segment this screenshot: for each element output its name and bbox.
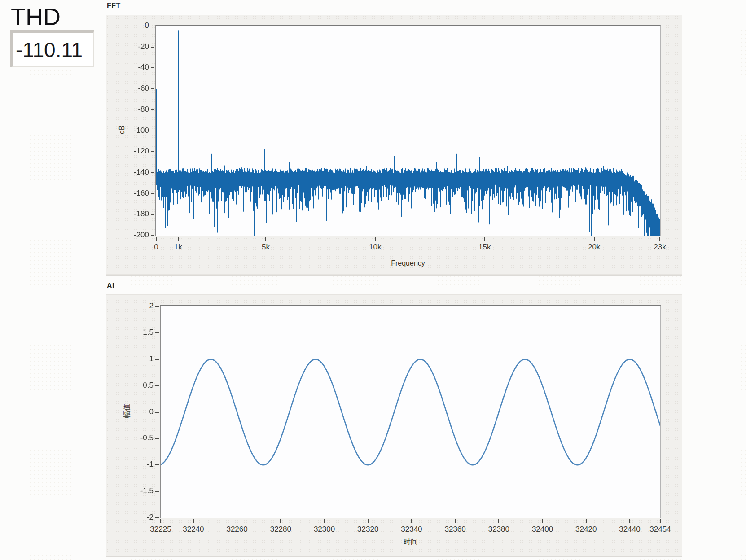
fft-y-tick-mark-2 — [151, 67, 154, 68]
ai-y-tick-mark-2 — [155, 359, 159, 360]
fft-y-tick-label-0: 0 — [118, 21, 149, 30]
fft-graph-caption: FFT — [107, 2, 121, 10]
fft-x-tick-mark-2 — [265, 237, 266, 241]
ai-y-tick-label-5: -0.5 — [122, 433, 154, 442]
ai-y-tick-mark-8 — [155, 517, 159, 518]
ai-y-tick-mark-6 — [155, 464, 159, 465]
fft-x-tick-mark-6 — [659, 237, 660, 241]
fft-y-tick-mark-6 — [151, 151, 154, 152]
ai-x-tick-label-10: 32420 — [567, 525, 605, 534]
ai-y-tick-label-7: -1.5 — [122, 486, 154, 495]
fft-x-tick-mark-5 — [594, 237, 595, 241]
ai-x-tick-label-12: 32454 — [641, 525, 679, 534]
ai-y-tick-label-1: 1.5 — [122, 328, 154, 337]
ai-y-tick-mark-4 — [155, 412, 159, 413]
ai-x-tick-mark-3 — [280, 519, 281, 523]
ai-x-tick-mark-6 — [411, 519, 412, 523]
ai-y-tick-label-0: 2 — [122, 302, 154, 311]
fft-x-tick-label-4: 15k — [466, 243, 504, 252]
thd-indicator[interactable]: -110.11 — [10, 30, 94, 67]
ai-y-tick-label-4: 0 — [122, 407, 154, 416]
ai-x-tick-mark-11 — [629, 519, 630, 523]
fft-x-tick-mark-0 — [156, 237, 157, 241]
ai-x-tick-mark-1 — [193, 519, 194, 523]
fft-y-tick-label-4: -80 — [118, 105, 149, 114]
ai-y-tick-label-6: -1 — [122, 460, 154, 469]
thd-value: -110.11 — [13, 38, 83, 62]
fft-y-tick-mark-7 — [151, 172, 154, 173]
ai-x-tick-mark-12 — [660, 519, 661, 523]
fft-y-tick-mark-5 — [151, 131, 154, 131]
fft-x-tick-label-1: 1k — [159, 243, 197, 252]
ai-x-tick-label-2: 32260 — [218, 525, 256, 534]
ai-y-tick-label-8: -2 — [122, 513, 154, 522]
fft-spectrum-plot[interactable] — [156, 26, 660, 236]
fft-x-tick-label-3: 10k — [356, 243, 394, 252]
ai-x-tick-label-3: 32280 — [262, 525, 299, 534]
ai-x-tick-label-0: 32225 — [142, 525, 180, 534]
fft-y-tick-label-3: -60 — [118, 84, 149, 93]
fft-y-tick-mark-4 — [151, 109, 154, 110]
fft-x-tick-label-6: 23k — [641, 243, 679, 252]
ai-x-tick-label-5: 32320 — [349, 525, 387, 534]
ai-x-tick-mark-4 — [324, 519, 325, 523]
fft-y-tick-mark-0 — [151, 26, 154, 26]
fft-x-axis-label: Frequency — [372, 259, 444, 267]
fft-y-tick-mark-1 — [151, 47, 154, 48]
ai-x-tick-mark-0 — [160, 519, 161, 523]
fft-x-tick-label-5: 20k — [575, 243, 613, 252]
ai-x-axis-label: 时间 — [375, 538, 447, 547]
ai-graph-caption: AI — [107, 282, 114, 290]
fft-x-tick-mark-3 — [375, 237, 376, 241]
ai-y-tick-mark-0 — [155, 306, 159, 307]
ai-x-tick-mark-8 — [498, 519, 499, 523]
fft-y-tick-mark-8 — [151, 193, 154, 194]
fft-y-tick-label-5: -100 — [118, 126, 149, 135]
ai-y-tick-mark-7 — [155, 491, 159, 492]
fft-x-tick-mark-1 — [178, 237, 179, 241]
ai-x-tick-mark-2 — [237, 519, 237, 523]
ai-y-tick-mark-1 — [155, 332, 159, 333]
fft-x-tick-mark-4 — [484, 237, 485, 241]
ai-y-tick-label-3: 0.5 — [122, 381, 154, 390]
fft-y-tick-label-9: -180 — [118, 210, 149, 219]
fft-y-tick-label-10: -200 — [118, 231, 149, 240]
fft-y-tick-mark-9 — [151, 214, 154, 215]
ai-x-tick-mark-9 — [542, 519, 543, 523]
ai-x-tick-label-7: 32360 — [436, 525, 474, 534]
fft-y-tick-label-1: -20 — [118, 42, 149, 51]
ai-x-tick-label-1: 32240 — [175, 525, 212, 534]
fft-y-tick-label-2: -40 — [118, 63, 149, 72]
fft-y-tick-mark-3 — [151, 88, 154, 89]
ai-x-tick-label-4: 32300 — [306, 525, 343, 534]
ai-x-tick-mark-10 — [586, 519, 587, 523]
ai-waveform-plot[interactable] — [161, 306, 660, 518]
fft-y-tick-label-8: -160 — [118, 189, 149, 198]
fft-x-tick-label-2: 5k — [247, 243, 285, 252]
ai-x-tick-mark-5 — [368, 519, 369, 523]
thd-label: THD — [11, 3, 61, 31]
fft-y-tick-label-7: -140 — [118, 168, 149, 177]
fft-y-tick-label-6: -120 — [118, 147, 149, 156]
ai-x-tick-label-9: 32400 — [524, 525, 562, 534]
fft-y-tick-mark-10 — [151, 235, 154, 236]
ai-x-tick-mark-7 — [455, 519, 456, 523]
ai-x-tick-label-8: 32380 — [480, 525, 518, 534]
ai-y-tick-label-2: 1 — [122, 354, 154, 363]
ai-y-tick-mark-5 — [155, 438, 159, 439]
ai-y-tick-mark-3 — [155, 385, 159, 386]
ai-x-tick-label-6: 32340 — [393, 525, 430, 534]
